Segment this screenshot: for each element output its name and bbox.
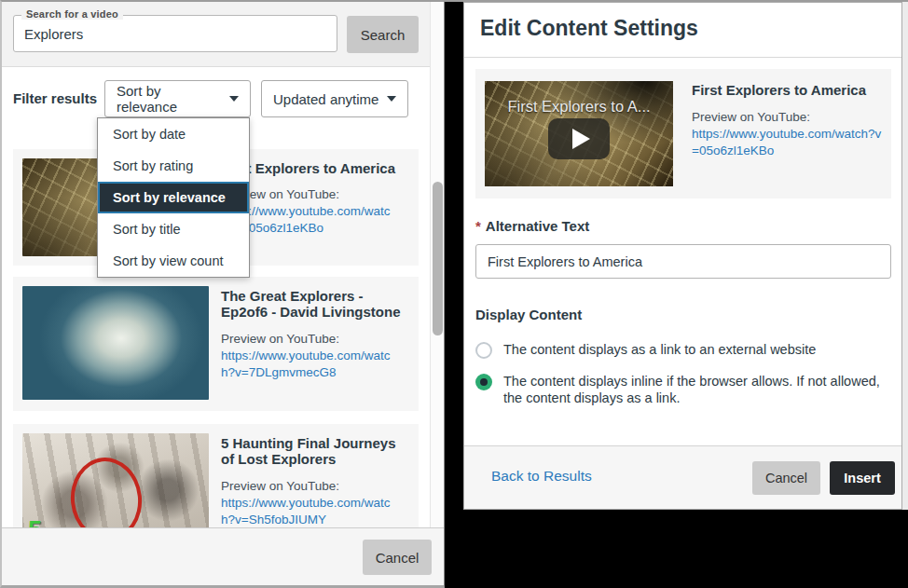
- caret-down-icon: [229, 96, 239, 102]
- sort-menu-item-relevance[interactable]: Sort by relevance: [98, 182, 249, 213]
- video-title: The Great Explorers - Ep2of6 - David Liv…: [221, 288, 409, 321]
- sort-select[interactable]: Sort by relevance: [104, 80, 251, 117]
- search-input[interactable]: [14, 16, 337, 51]
- search-field-label: Search for a video: [21, 8, 123, 20]
- background-edge-strip: [902, 2, 908, 510]
- video-result-row[interactable]: The Great Explorers - Ep2of6 - David Liv…: [13, 277, 419, 411]
- alternative-text-input[interactable]: [475, 244, 891, 279]
- sort-menu-item-title[interactable]: Sort by title: [98, 213, 249, 245]
- youtube-link[interactable]: https://www.youtube.com/watch?v: [692, 126, 881, 143]
- video-title: 5 Haunting Final Journeys of Lost Explor…: [221, 435, 409, 468]
- preview-label: Preview on YouTube:: [221, 331, 409, 348]
- youtube-link[interactable]: h?v=Sh5fobJIUMY: [221, 512, 409, 528]
- caret-down-icon: [387, 96, 396, 102]
- preview-label: Preview on YouTube:: [221, 478, 409, 495]
- alternative-text-label: *Alternative Text: [475, 218, 589, 234]
- display-content-label: Display Content: [475, 307, 582, 322]
- video-preview-thumbnail: First Explorers to A...: [485, 81, 673, 186]
- radio-option-label: The content displays as a link to an ext…: [503, 341, 816, 359]
- search-section: Search for a video Search: [2, 2, 444, 67]
- filter-results-label: Filter results: [13, 90, 97, 106]
- edit-content-settings-dialog: Edit Content Settings First Explorers to…: [463, 2, 902, 510]
- video-thumbnail[interactable]: [22, 286, 209, 400]
- sort-select-value: Sort by relevance: [117, 83, 222, 115]
- search-button[interactable]: Search: [347, 16, 419, 53]
- play-icon: [572, 129, 590, 149]
- radio-option-label: The content displays inline if the brows…: [503, 373, 884, 406]
- required-asterisk: *: [475, 218, 481, 234]
- updated-select-value: Updated anytime: [273, 91, 378, 107]
- scrollbar-thumb[interactable]: [433, 182, 443, 335]
- youtube-link[interactable]: https://www.youtube.com/watc: [221, 495, 409, 512]
- display-as-link-option[interactable]: The content displays as a link to an ext…: [475, 341, 816, 359]
- back-to-results-link[interactable]: Back to Results: [491, 468, 592, 485]
- selected-video-title: First Explorers to America: [692, 82, 881, 98]
- selected-video-preview: First Explorers to A... First Explorers …: [475, 69, 891, 198]
- search-panel-footer: Cancel: [2, 527, 444, 585]
- updated-select[interactable]: Updated anytime: [261, 80, 408, 117]
- cancel-button[interactable]: Cancel: [752, 461, 820, 495]
- scrollbar-track[interactable]: [430, 2, 444, 527]
- cancel-button[interactable]: Cancel: [363, 540, 432, 575]
- preview-label: Preview on YouTube:: [692, 109, 881, 126]
- youtube-link[interactable]: https://www.youtube.com/watc: [221, 348, 409, 364]
- display-inline-option[interactable]: The content displays inline if the brows…: [475, 373, 884, 406]
- radio-unselected-icon[interactable]: [475, 342, 492, 359]
- insert-button[interactable]: Insert: [830, 461, 895, 495]
- sort-menu-item-rating[interactable]: Sort by rating: [98, 150, 249, 182]
- video-search-panel: Search for a video Search Filter results…: [0, 0, 445, 588]
- youtube-link[interactable]: =05o6zl1eKBo: [692, 143, 881, 159]
- thumbnail-overlay-title: First Explorers to A...: [485, 98, 673, 116]
- sort-menu: Sort by date Sort by rating Sort by rele…: [97, 117, 250, 278]
- radio-selected-icon[interactable]: [475, 374, 492, 390]
- video-search-field[interactable]: Search for a video: [13, 15, 337, 52]
- dialog-title: Edit Content Settings: [480, 16, 698, 41]
- youtube-link[interactable]: h?v=7DLgmvmecG8: [221, 364, 409, 381]
- dialog-header: Edit Content Settings: [464, 3, 901, 58]
- sort-menu-item-view-count[interactable]: Sort by view count: [98, 245, 249, 277]
- dialog-footer: Back to Results Cancel Insert: [464, 445, 901, 509]
- sort-menu-item-date[interactable]: Sort by date: [98, 118, 249, 150]
- play-button[interactable]: [548, 118, 610, 159]
